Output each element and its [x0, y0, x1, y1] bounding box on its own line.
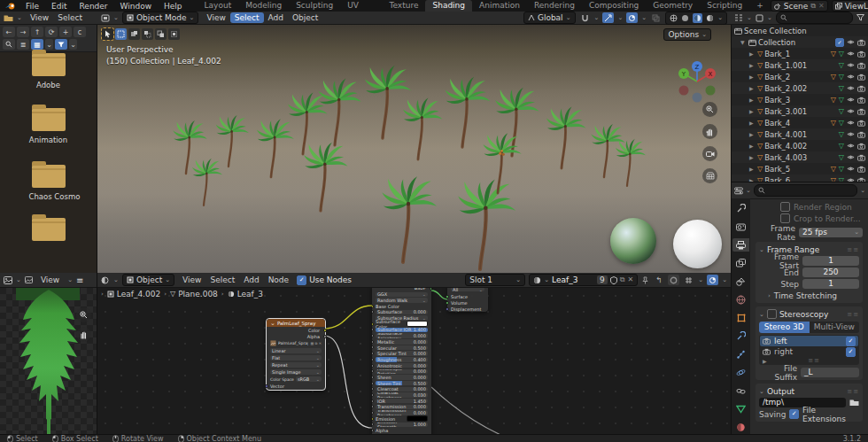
camera-visibility-icon[interactable] [857, 143, 865, 150]
hamburger-menu-icon[interactable]: ≡ [76, 275, 83, 285]
camera-visibility-icon[interactable] [857, 85, 865, 92]
fake-user-shield-icon[interactable] [610, 276, 617, 284]
camera-visibility-icon[interactable] [857, 50, 865, 58]
bsdf-slider-specular-tint[interactable]: Specular Tint0.000 [372, 351, 431, 357]
camera-visibility-icon[interactable] [857, 166, 865, 173]
overlay-toggle-icon[interactable] [707, 275, 718, 285]
bsdf-slider-roughness[interactable]: Roughness0.400 [372, 357, 431, 363]
hide-eye-icon[interactable] [847, 39, 855, 45]
select-invert-icon[interactable] [155, 28, 167, 40]
camera-visibility-icon[interactable] [857, 120, 865, 127]
view-enabled-checkbox[interactable]: ✓ [846, 347, 856, 357]
hide-eye-icon[interactable] [847, 143, 855, 149]
scene-selector[interactable]: Scene ⧉ ✕ [771, 0, 828, 12]
rendered-shading-icon[interactable] [706, 14, 714, 22]
hide-eye-icon[interactable] [847, 154, 855, 160]
properties-tab-render-icon[interactable] [732, 221, 749, 234]
users-count-badge[interactable]: 9 [597, 275, 608, 284]
proportional-edit-icon[interactable] [602, 12, 614, 23]
hide-eye-icon[interactable] [847, 166, 855, 172]
navigation-gizmo[interactable]: Z Y X [674, 58, 720, 105]
bsdf-slider-clearcoat[interactable]: Clearcoat0.000 [372, 386, 431, 392]
viewport-menu-view[interactable]: View [202, 12, 229, 23]
properties-editor-icon[interactable] [734, 187, 743, 195]
display-settings-chevron-icon[interactable]: ⌄ [45, 39, 53, 50]
snap-icon[interactable] [579, 12, 591, 23]
parent-node-tree-icon[interactable]: ↰ [653, 275, 664, 285]
unlink-icon[interactable]: ✕ [628, 276, 634, 283]
wireframe-shading-icon[interactable] [670, 14, 678, 22]
hide-eye-icon[interactable] [847, 97, 855, 103]
ortho-toggle-icon[interactable] [702, 168, 717, 183]
node-output-alpha[interactable]: Alpha [267, 333, 325, 339]
select-box-tool-icon[interactable] [115, 28, 127, 40]
new-material-copy-icon[interactable]: ⧉ [620, 276, 625, 283]
hdri-preview-sphere[interactable] [610, 218, 656, 264]
slot-dropdown[interactable]: Slot 1⌄ [465, 274, 525, 286]
file-suffix-field[interactable]: _L [801, 368, 859, 377]
select-intersect-icon[interactable] [168, 28, 180, 40]
bsdf-slider-subsurface[interactable]: Subsurface0.000 [372, 309, 431, 315]
workspace-tab-sculpting[interactable]: Sculpting [289, 0, 340, 12]
node-dropdown[interactable]: Flat⌄ [267, 354, 325, 361]
disclosure-icon[interactable]: ▶ [749, 97, 756, 103]
bsdf-slider-specular[interactable]: Specular0.500 [372, 345, 431, 351]
folder-item[interactable] [29, 218, 68, 245]
bsdf-slider-sheen[interactable]: Sheen0.000 [372, 375, 431, 381]
properties-tab-material-icon[interactable] [732, 421, 749, 434]
bsdf-dropdown[interactable]: GGX⌄ [372, 291, 431, 298]
properties-tab-constraints-icon[interactable] [732, 384, 749, 398]
select-extend-icon[interactable] [128, 28, 140, 40]
zoom-icon[interactable] [76, 307, 91, 322]
crop-to-render-row[interactable]: Crop to Render... [780, 213, 863, 224]
node-editor-icon[interactable] [101, 276, 110, 284]
bsdf-slider-emission-strength[interactable]: Emission Strength1.000 [372, 422, 431, 428]
hide-eye-icon[interactable] [847, 108, 855, 114]
vector-input[interactable]: Vector [267, 383, 325, 390]
folder-item[interactable]: Chaos Cosmo [29, 165, 68, 201]
filter-chevron-icon[interactable]: ⌄ [860, 187, 865, 194]
image-texture-node[interactable]: ⌄PalmLeaf_Spray Color Alpha PalmLeaf_Spr… [266, 318, 326, 391]
bsdf-slider-anisotropic-rotation[interactable]: Anisotropic Rotation0.000 [372, 368, 431, 375]
refresh-icon[interactable]: ⟳ [45, 27, 58, 37]
image-canvas[interactable] [0, 288, 97, 434]
output-input-surface[interactable]: Surface [447, 293, 488, 299]
image-icon[interactable] [25, 276, 33, 283]
topbar-menu-file[interactable]: File [19, 2, 45, 11]
camera-visibility-icon[interactable] [857, 108, 865, 115]
stereo-view-row[interactable]: right ✓ [760, 346, 858, 357]
outliner-row-object[interactable]: ▶ ▽ Bark_2 ▽▽ [732, 71, 868, 82]
new-folder-icon[interactable]: + [59, 27, 72, 37]
bsdf-color-subsurface-color[interactable]: Subsurface Color [372, 321, 431, 327]
viewlayer-selector[interactable]: ViewLayer ⧉ ✕ [832, 0, 868, 12]
workspace-tab-scripting[interactable]: Scripting [700, 0, 749, 12]
stereoscopy-tab[interactable]: Stereo 3D [759, 322, 810, 333]
properties-tab-physics-icon[interactable] [732, 366, 749, 379]
outliner-row-object[interactable]: ▶ ▽ Bark_4.001 ▽ [732, 128, 868, 140]
filter-icon[interactable] [55, 39, 67, 50]
outliner-row-object[interactable]: ▶ ▽ Bark_3.001 ▽ [732, 105, 868, 117]
outliner-row-object[interactable]: ▶ ▽ Bark_4.002 ▽ [732, 140, 868, 151]
shader-menu-view[interactable]: View [178, 275, 205, 285]
hide-eye-icon[interactable] [847, 120, 855, 126]
disclosure-icon[interactable]: ▶ [749, 131, 756, 137]
topbar-menu-render[interactable]: Render [74, 2, 114, 11]
render-region-row[interactable]: Render Region [780, 201, 863, 213]
workspace-tab-animation[interactable]: Animation [472, 0, 527, 12]
bsdf-slider-clearcoat-roughness[interactable]: Clearcoat Roughness0.030 [372, 392, 431, 399]
outliner-row-object[interactable]: ▶ ▽ Bark_3 ▽▽ [732, 94, 868, 105]
select-subtract-icon[interactable] [142, 28, 153, 40]
hide-eye-icon[interactable] [847, 131, 855, 137]
viewport-menu-add[interactable]: Add [264, 12, 288, 23]
workspace-tab-layout[interactable]: Layout [198, 0, 239, 12]
disclosure-icon[interactable]: ▶ [749, 166, 756, 172]
gizmos-icon[interactable] [626, 12, 638, 23]
properties-tab-output-icon[interactable] [732, 238, 749, 252]
parent-dir-icon[interactable]: ↑ [31, 27, 43, 37]
workspace-tab-texture-paint[interactable]: Texture Paint [383, 0, 426, 12]
bsdf-input-base-color[interactable]: Base Color [372, 303, 431, 309]
camera-visibility-icon[interactable] [857, 74, 865, 81]
orientation-dropdown[interactable]: Global⌄ [523, 12, 576, 24]
color-space-row[interactable]: Color Space sRGB⌄ [267, 376, 325, 383]
properties-tab-world-icon[interactable] [732, 293, 749, 306]
